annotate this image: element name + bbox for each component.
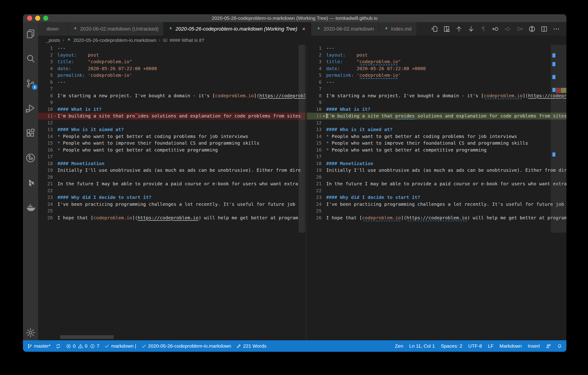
code-line-original-10[interactable]: 10#### What is it? (38, 106, 305, 113)
status-word-count[interactable]: 221 Words (236, 343, 266, 349)
activity-bar-item-terraform[interactable] (25, 177, 36, 188)
code-line-original-2[interactable]: 2layout: post (38, 52, 305, 59)
code-line-original-19[interactable]: 19Initially I'll use unobtrusive ads (as… (38, 167, 305, 174)
code-line-original-13[interactable]: 13#### Who is it aimed at? (38, 126, 305, 133)
code-line-modified-7[interactable]: 7 (307, 86, 567, 92)
minimize-window-button[interactable] (35, 16, 40, 21)
status-infos-count[interactable]: 7 (90, 343, 99, 349)
code-line-original-6[interactable]: 6--- (38, 79, 305, 86)
activity-bar-item-run-debug[interactable] (25, 103, 36, 114)
code-line-modified-13[interactable]: 13#### Who is it aimed at? (307, 126, 567, 133)
code-line-original-9[interactable]: 9 (38, 99, 305, 106)
code-line-modified-10[interactable]: 10#### What is it? (307, 106, 567, 113)
code-line-original-24[interactable]: 24I've been practicing programming chall… (38, 201, 305, 208)
zoom-window-button[interactable] (43, 16, 48, 21)
status-notifications[interactable] (557, 343, 562, 349)
code-line-modified-12[interactable]: 12 (307, 120, 567, 126)
status-linter-file[interactable]: 2020-05-26-codeproblem-io.markdown (141, 343, 231, 349)
status-branch-indicator[interactable]: master* (27, 343, 51, 349)
code-line-original-3[interactable]: 3title: "codeproblem.io" (38, 58, 305, 65)
code-line-modified-5[interactable]: 5permalink: 'codeproblem-io' (307, 72, 567, 79)
code-line-modified-14[interactable]: 14* People who want to get better at cod… (307, 133, 567, 140)
open-preview-icon[interactable] (443, 25, 451, 33)
activity-bar-item-extensions[interactable] (25, 128, 36, 138)
status-encoding[interactable]: UTF-8 (468, 343, 482, 349)
activity-bar-item-search[interactable] (25, 53, 36, 64)
code-line-modified-21[interactable]: 21In the future I may be able to provide… (307, 180, 567, 188)
status-sync-indicator[interactable] (56, 343, 61, 349)
tab-2020-06-02[interactable]: 2020-06-02.markdown (311, 22, 378, 36)
breadcrumb-folder[interactable]: _posts (46, 37, 60, 43)
code-line-original-4[interactable]: 4date: 2020-05-26 07:22:00 +0000 (38, 65, 305, 72)
vertical-scrollbar-modified[interactable] (551, 45, 567, 233)
code-line-modified-26[interactable]: 26I hope that [codeproblem.io](https://c… (307, 215, 567, 221)
status-errors-count[interactable]: 0 (66, 343, 75, 349)
next-change-icon[interactable] (467, 25, 475, 33)
open-changes-with-previous-revision-icon[interactable] (492, 25, 499, 33)
file-history-icon[interactable] (528, 25, 536, 33)
status-indentation[interactable]: Spaces: 2 (441, 343, 462, 349)
close-tab-icon[interactable]: × (301, 26, 306, 32)
code-line-original-16[interactable]: 16* People who want to get better at com… (38, 147, 305, 154)
code-line-original-23[interactable]: 23#### Why did I decide to start it? (38, 194, 305, 201)
status-language-mode[interactable]: Markdown (500, 343, 522, 349)
close-window-button[interactable] (27, 16, 32, 21)
code-line-original-20[interactable]: 20 (38, 174, 305, 181)
status-feedback[interactable] (546, 343, 551, 349)
code-line-modified-9[interactable]: 9 (307, 99, 567, 106)
code-line-modified-4[interactable]: 4date: 2020-05-26 07:22:00 +0000 (307, 65, 567, 72)
code-line-original-7[interactable]: 7 (38, 86, 305, 92)
code-line-modified-17[interactable]: 17 (307, 153, 567, 160)
code-line-modified-25[interactable]: 25 (307, 208, 567, 215)
code-line-original-18[interactable]: 18#### Monetization (38, 160, 305, 167)
code-line-modified-23[interactable]: 23#### Why did I decide to start it? (307, 194, 567, 201)
code-line-original-5[interactable]: 5permalink: 'codeproblem-io' (38, 72, 305, 79)
status-warnings-count[interactable]: 0 (78, 343, 87, 349)
code-line-modified-20[interactable]: 20 (307, 174, 567, 181)
tab-2020-06-02-untracked[interactable]: 2020-06-02.markdown (Untracked) (68, 22, 163, 36)
code-line-modified-8[interactable]: 8I'm starting a new project. I've bought… (307, 92, 567, 99)
code-line-modified-15[interactable]: 15* People who want to improve their fou… (307, 140, 567, 147)
tab-2020-05-26-working-tree[interactable]: 2020-05-26-codeproblem-io.markdown (Work… (164, 22, 311, 36)
code-line-modified-24[interactable]: 24I've been practicing programming chall… (307, 201, 567, 208)
code-line-modified-2[interactable]: 2layout: post (307, 52, 567, 59)
breadcrumb-symbol[interactable]: abc#### What is it? (163, 37, 204, 43)
code-line-modified-19[interactable]: 19Initially I'll use unobtrusive ads (as… (307, 167, 567, 174)
code-line-modified-6[interactable]: 6--- (307, 79, 567, 86)
code-line-modified-3[interactable]: 3title: "codeproblem.io" (307, 58, 567, 65)
status-eol[interactable]: LF (488, 343, 494, 349)
vertical-scrollbar-original[interactable] (299, 45, 305, 233)
more-actions-icon[interactable] (553, 25, 560, 33)
activity-bar-item-source-control[interactable]: 2 (25, 78, 36, 89)
code-line-original-15[interactable]: 15* People who want to improve their fou… (38, 140, 305, 147)
status-zen-mode[interactable]: Zen (395, 343, 403, 349)
open-changes-icon[interactable] (431, 25, 438, 33)
code-line-original-1[interactable]: 1--- (38, 45, 305, 52)
code-line-modified-16[interactable]: 16* People who want to get better at com… (307, 147, 567, 154)
code-line-original-17[interactable]: 17 (38, 153, 305, 160)
status-cursor-position[interactable]: Ln 11, Col 1 (409, 343, 435, 349)
horizontal-scrollbar-original[interactable] (60, 335, 114, 339)
code-line-original-12[interactable]: 12 (38, 120, 305, 126)
code-line-modified-22[interactable]: 22 (307, 188, 567, 194)
split-editor-icon[interactable] (540, 25, 548, 33)
tab-index-md[interactable]: index.md (379, 22, 416, 36)
status-linter-language[interactable]: markdown | (104, 343, 136, 349)
code-line-modified-11[interactable]: 11+I'm building a site that proides solu… (307, 113, 567, 120)
activity-bar-item-docker[interactable] (25, 202, 36, 213)
breadcrumb-file[interactable]: 2020-05-26-codeproblem-io.markdown (66, 37, 157, 43)
code-line-original-22[interactable]: 22 (38, 188, 305, 194)
code-line-original-8[interactable]: 8I'm starting a new project. I've bought… (38, 92, 305, 99)
code-line-original-14[interactable]: 14* People who want to get better at cod… (38, 133, 305, 140)
code-line-original-21[interactable]: 21In the future I may be able to provide… (38, 180, 305, 188)
activity-bar-item-explorer[interactable] (25, 29, 36, 39)
activity-bar-item-gitlens[interactable] (25, 153, 36, 163)
code-line-original-25[interactable]: 25 (38, 208, 305, 215)
status-insert-mode[interactable]: Insert (528, 343, 540, 349)
activity-bar-item-settings[interactable] (25, 327, 36, 338)
tab-partial-markdown[interactable]: down (38, 22, 68, 36)
code-line-original-26[interactable]: 26I hope that [codeproblem.io](https://c… (38, 215, 305, 221)
code-line-modified-1[interactable]: 1--- (307, 45, 567, 52)
code-line-original-11[interactable]: 11-I'm building a site that provides sol… (38, 113, 305, 120)
code-line-modified-18[interactable]: 18#### Monetization (307, 160, 567, 167)
